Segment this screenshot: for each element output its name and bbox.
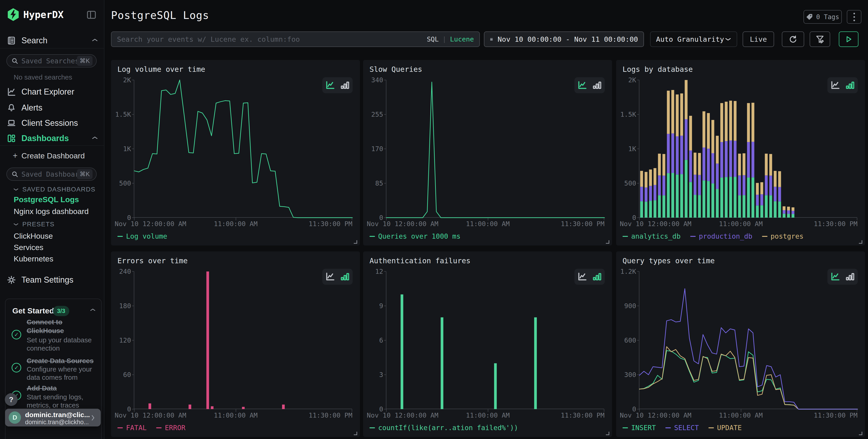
sql-toggle[interactable]: SQL [427,35,439,43]
get-started-item-title[interactable]: Add Data [27,384,57,393]
chart-plot[interactable] [639,80,857,218]
panel-slow-queries[interactable]: Slow Queries085170255340Nov 10 12:00:00 … [363,60,612,246]
section-saved-dashboards[interactable]: SAVED DASHBOARDS [13,186,95,193]
tags-button[interactable]: 0 Tags [804,10,842,24]
chevron-up-icon[interactable] [90,308,96,313]
legend-item[interactable]: postgres [762,232,804,240]
event-search-input[interactable]: Search your events w/ Lucene ex. column:… [111,31,480,47]
chart-plot[interactable] [386,80,604,218]
create-dashboard-button[interactable]: + Create Dashboard [0,150,104,161]
legend-item[interactable]: production_db [690,232,752,240]
divider [0,48,104,49]
date-range-picker[interactable]: Nov 10 00:00:00 - Nov 11 00:00:00 [484,31,644,47]
gear-icon [6,275,17,285]
legend-label: countIf(like(arr..ation failed%')) [378,424,518,432]
y-tick-mark [384,409,386,409]
section-label: PRESETS [22,221,55,228]
sidebar-dashboard-postgresql-logs[interactable]: PostgreSQL Logs [14,195,79,204]
panel-log-volume[interactable]: Log volume over time05001K1.5K2KNov 10 1… [111,60,360,246]
resize-handle[interactable] [354,240,357,244]
legend-item[interactable]: UPDATE [708,424,742,432]
granularity-select[interactable]: Auto Granularity [650,31,737,47]
lucene-toggle[interactable]: Lucene [450,35,474,43]
search-page-icon [6,36,17,45]
sidebar-item-label: Chart Explorer [22,87,74,97]
query-language-toggle: SQL | Lucene [427,35,474,43]
chart-explorer-icon [6,87,17,97]
x-axis-labels: Nov 10 12:00:00 AM11:00:00 AM11:30:00 PM [363,220,612,229]
chevron-up-icon[interactable] [92,136,98,140]
legend-label: FATAL [126,424,147,432]
sidebar-preset-services[interactable]: Services [14,243,43,252]
y-tick-mark [132,306,134,306]
y-tick-label: 1K [628,145,636,153]
y-tick-label: 85 [375,179,383,187]
live-button[interactable]: Live [743,31,774,47]
legend-item[interactable]: Log volume [117,232,167,240]
legend-swatch [622,427,628,428]
legend-swatch [762,236,768,237]
y-tick-mark [384,183,386,184]
chevron-up-icon[interactable] [92,38,98,43]
legend-item[interactable]: countIf(like(arr..ation failed%')) [370,424,518,432]
panel-logs-by-database[interactable]: Logs by database05001K1.5K2KNov 10 12:00… [616,60,865,246]
panel-errors-over-time[interactable]: Errors over time060120180240Nov 10 12:00… [111,251,360,437]
legend-label: analytics_db [631,232,681,240]
legend-item[interactable]: analytics_db [622,232,681,240]
legend-item[interactable]: ERROR [156,424,185,432]
x-tick-label: 11:00:00 AM [214,220,257,228]
legend-item[interactable]: SELECT [665,424,699,432]
saved-searches-input[interactable]: Saved Searches ⌘K [6,54,97,67]
panel-query-types[interactable]: Query types over time03006009001.2KNov 1… [616,251,865,437]
sidebar-item-client-sessions[interactable]: Client Sessions [0,118,104,129]
chevron-down-icon [13,223,19,226]
get-started-item-desc: Start sending logs, metrics, or traces [27,393,83,409]
get-started-item-title[interactable]: Connect to ClickHouse [27,318,64,335]
chart-plot[interactable] [134,272,352,409]
sidebar-item-dashboards[interactable]: Dashboards [0,133,104,144]
panel-authentication-failures[interactable]: Authentication failures036912Nov 10 12:0… [363,251,612,437]
filter-edit-icon [815,35,825,44]
sidebar-preset-kubernetes[interactable]: Kubernetes [14,254,53,263]
collapse-sidebar-icon[interactable] [86,9,97,20]
get-started-item-desc: Set up your database connection [27,336,92,352]
saved-dashboards-input[interactable]: Saved Dashboards ⌘K [6,167,97,181]
resize-handle[interactable] [354,432,357,435]
user-email: dominic.tran@clickho... [25,419,89,426]
saved-dashboards-placeholder: Saved Dashboards [22,170,77,178]
chart-plot[interactable] [386,272,604,409]
section-presets[interactable]: PRESETS [13,221,55,228]
sidebar-preset-clickhouse[interactable]: ClickHouse [14,231,53,241]
sidebar-item-team-settings[interactable]: Team Settings [0,275,104,285]
resize-handle[interactable] [606,432,609,435]
user-name: dominic.tran@clic... [25,411,90,419]
legend-item[interactable]: Queries over 1000 ms [370,232,460,240]
user-profile-card[interactable]: D dominic.tran@clic... dominic.tran@clic… [5,409,101,427]
refresh-button[interactable] [782,31,804,47]
legend-item[interactable]: INSERT [622,424,656,432]
y-tick-mark [132,114,134,115]
filter-button[interactable] [810,31,830,47]
sidebar-item-alerts[interactable]: Alerts [0,102,104,113]
sidebar: HyperDX Search Saved Searches ⌘K No save… [0,0,104,439]
resize-handle[interactable] [606,240,609,244]
legend-item[interactable]: FATAL [117,424,147,432]
resize-handle[interactable] [859,240,862,244]
run-query-button[interactable] [839,31,859,47]
sidebar-item-chart-explorer[interactable]: Chart Explorer [0,86,104,97]
get-started-item-title[interactable]: Create Data Sources [27,356,93,365]
sidebar-dashboard-nginx-logs[interactable]: Nginx logs dashboard [14,207,89,216]
chart-legend: analytics_dbproduction_dbpostgres [622,232,804,240]
event-search-placeholder: Search your events w/ Lucene ex. column:… [117,35,427,43]
resize-handle[interactable] [859,432,862,435]
sidebar-item-search[interactable]: Search [0,35,104,46]
panel-menu-button[interactable] [847,10,861,24]
kebab-menu-icon [854,16,855,18]
kbd-shortcut: ⌘K [77,56,93,66]
legend-label: postgres [771,232,804,240]
help-button[interactable]: ? [5,393,18,406]
y-tick-mark [384,149,386,149]
y-tick-label: 120 [119,337,131,344]
chart-plot[interactable] [134,80,352,218]
chart-plot[interactable] [639,272,857,409]
